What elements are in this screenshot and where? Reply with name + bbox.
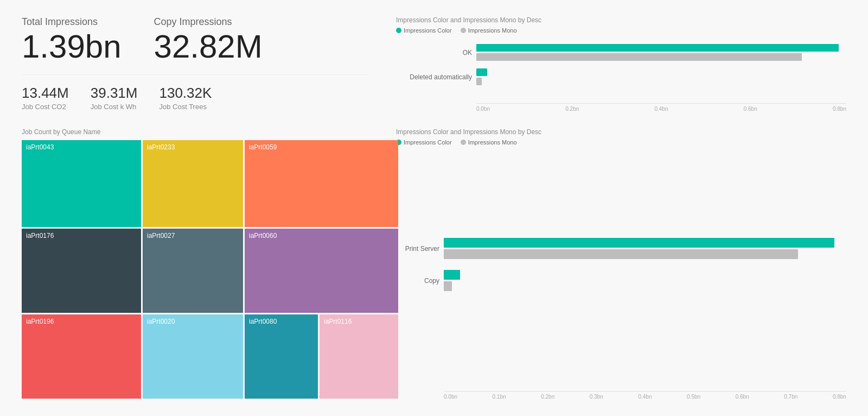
chart1-axis-tick: 0.2bn bbox=[565, 106, 579, 112]
chart1-title: Impressions Color and Impressions Mono b… bbox=[396, 16, 846, 24]
chart1-bar-group bbox=[476, 68, 846, 85]
treemap-cell[interactable]: iaPrt0060 bbox=[245, 229, 398, 313]
chart2-bar-row: Print Server bbox=[396, 238, 846, 259]
copy-impressions-card: Copy Impressions 32.82M bbox=[154, 16, 263, 65]
job-cost-kwh-value: 39.31M bbox=[91, 85, 138, 102]
total-impressions-card: Total Impressions 1.39bn bbox=[22, 16, 122, 65]
chart2-mono-dot bbox=[461, 140, 466, 145]
job-cost-trees-card: 130.32K Job Cost Trees bbox=[159, 85, 212, 111]
chart2-axis: 0.0bn0.1bn0.2bn0.3bn0.4bn0.5bn0.6bn0.7bn… bbox=[444, 391, 846, 400]
chart2-title: Impressions Color and Impressions Mono b… bbox=[396, 128, 846, 136]
treemap-cell[interactable]: iaPrt0233 bbox=[143, 140, 243, 227]
chart2-color-bar bbox=[444, 238, 834, 248]
treemap-section: Job Count by Queue Name iaPrt0043iaPrt02… bbox=[11, 123, 380, 405]
chart1-bar-label: Deleted automatically bbox=[396, 73, 472, 81]
chart2-bar-group bbox=[444, 270, 846, 291]
chart2-section: Impressions Color and Impressions Mono b… bbox=[385, 123, 857, 405]
chart1-bar-row: Deleted automatically bbox=[396, 68, 846, 85]
chart2-mono-label: Impressions Mono bbox=[468, 139, 517, 146]
treemap-cell[interactable]: iaPrt0080 bbox=[245, 314, 318, 399]
chart2-bar-label: Print Server bbox=[396, 245, 439, 253]
chart1-color-bar bbox=[476, 68, 487, 76]
chart2-axis-tick: 0.2bn bbox=[541, 394, 554, 400]
treemap-cell[interactable]: iaPrt0020 bbox=[143, 314, 243, 399]
chart2-axis-tick: 0.0bn bbox=[444, 394, 457, 400]
treemap-cell[interactable]: iaPrt0027 bbox=[143, 229, 243, 313]
chart1-axis-tick: 0.8bn bbox=[833, 106, 846, 112]
chart2-legend-color: Impressions Color bbox=[396, 139, 452, 146]
total-impressions-value: 1.39bn bbox=[22, 29, 122, 65]
chart1-mono-label: Impressions Mono bbox=[468, 27, 517, 34]
chart1-axis-tick: 0.4bn bbox=[654, 106, 668, 112]
treemap-cell[interactable]: iaPrt0059 bbox=[245, 140, 398, 227]
job-cost-co2-card: 13.44M Job Cost CO2 bbox=[22, 85, 69, 111]
job-cost-kwh-card: 39.31M Job Cost k Wh bbox=[91, 85, 138, 111]
chart2-color-label: Impressions Color bbox=[404, 139, 452, 146]
chart2-axis-tick: 0.4bn bbox=[638, 394, 652, 400]
chart1-bar-group bbox=[476, 44, 846, 61]
chart2-bars: Print ServerCopy bbox=[396, 151, 846, 389]
job-cost-trees-value: 130.32K bbox=[159, 85, 212, 102]
chart2-axis-tick: 0.5bn bbox=[687, 394, 700, 400]
job-cost-co2-label: Job Cost CO2 bbox=[22, 103, 69, 111]
chart1-bar-row: OK bbox=[396, 44, 846, 61]
chart2-axis-tick: 0.8bn bbox=[833, 394, 846, 400]
chart2-bar-row: Copy bbox=[396, 270, 846, 291]
chart1-color-label: Impressions Color bbox=[404, 27, 452, 34]
chart1-legend: Impressions Color Impressions Mono bbox=[396, 27, 846, 34]
treemap-title: Job Count by Queue Name bbox=[22, 128, 369, 136]
chart1-legend-mono: Impressions Mono bbox=[461, 27, 517, 34]
chart1-mono-bar bbox=[476, 53, 802, 61]
chart2-axis-tick: 0.6bn bbox=[736, 394, 749, 400]
job-cost-kwh-label: Job Cost k Wh bbox=[91, 103, 138, 111]
kpi-section: Total Impressions 1.39bn Copy Impression… bbox=[11, 11, 380, 117]
copy-impressions-value: 32.82M bbox=[154, 29, 263, 65]
treemap-cell[interactable]: iaPrt0176 bbox=[22, 229, 141, 313]
chart1-bars: OKDeleted automatically bbox=[396, 39, 846, 101]
chart2-axis-tick: 0.3bn bbox=[590, 394, 603, 400]
chart2-bar-label: Copy bbox=[396, 277, 439, 285]
chart2-color-bar bbox=[444, 270, 460, 280]
chart1-bar-label: OK bbox=[396, 49, 472, 56]
chart2-bar-group bbox=[444, 238, 846, 259]
job-cost-trees-label: Job Cost Trees bbox=[159, 103, 212, 111]
treemap-cell[interactable]: iaPrt0196 bbox=[22, 314, 141, 399]
treemap-cell[interactable]: iaPrt0043 bbox=[22, 140, 141, 227]
chart1-legend-color: Impressions Color bbox=[396, 27, 452, 34]
chart2-axis-tick: 0.7bn bbox=[784, 394, 797, 400]
chart2-legend: Impressions Color Impressions Mono bbox=[396, 139, 846, 146]
chart1-color-dot bbox=[396, 28, 401, 33]
chart1-axis-tick: 0.0bn bbox=[476, 106, 490, 112]
chart1-axis-tick: 0.6bn bbox=[744, 106, 757, 112]
job-cost-co2-value: 13.44M bbox=[22, 85, 69, 102]
chart2-mono-bar bbox=[444, 281, 452, 291]
total-impressions-label: Total Impressions bbox=[22, 16, 122, 28]
treemap-cell[interactable]: iaPrt0116 bbox=[320, 314, 398, 399]
chart2-mono-bar bbox=[444, 249, 798, 259]
chart2-axis-tick: 0.1bn bbox=[493, 394, 506, 400]
chart1-section: Impressions Color and Impressions Mono b… bbox=[385, 11, 857, 117]
chart1-axis: 0.0bn0.2bn0.4bn0.6bn0.8bn bbox=[476, 103, 846, 112]
chart1-mono-dot bbox=[461, 28, 466, 33]
copy-impressions-label: Copy Impressions bbox=[154, 16, 263, 28]
treemap-container: iaPrt0043iaPrt0233iaPrt0059iaPrt0176iaPr… bbox=[22, 140, 369, 400]
chart1-color-bar bbox=[476, 44, 839, 52]
chart1-mono-bar bbox=[476, 78, 482, 85]
chart2-legend-mono: Impressions Mono bbox=[461, 139, 517, 146]
